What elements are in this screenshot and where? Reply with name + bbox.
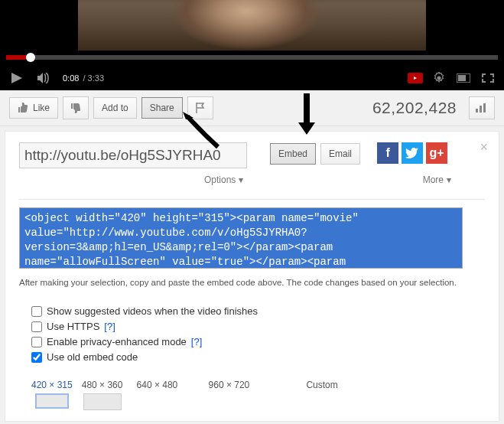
opt-privacy[interactable]: Enable privacy-enhanced mode [?] [31, 336, 485, 347]
play-icon[interactable] [8, 69, 26, 87]
video-frame [78, 0, 426, 51]
player-controls: 0:08 / 3:33 [0, 66, 504, 90]
progress-played [6, 55, 26, 60]
view-count: 62,202,428 [372, 99, 457, 117]
chevron-down-icon: ▾ [239, 174, 243, 185]
more-dropdown[interactable]: More ▾ [420, 171, 454, 188]
checkbox[interactable] [31, 306, 42, 317]
flag-button[interactable] [187, 96, 213, 119]
help-icon[interactable]: [?] [104, 321, 115, 332]
watch-later-icon[interactable] [408, 73, 423, 83]
stats-button[interactable] [469, 96, 495, 119]
opt-show-suggested[interactable]: Show suggested videos when the video fin… [31, 305, 485, 317]
progress-handle[interactable] [26, 53, 35, 62]
chevron-down-icon: ▾ [447, 174, 451, 185]
email-button[interactable]: Email [320, 143, 360, 165]
share-url-input[interactable] [19, 142, 247, 168]
embed-button[interactable]: Embed [270, 143, 316, 165]
opt-old-embed[interactable]: Use old embed code [31, 351, 485, 363]
addto-button[interactable]: Add to [93, 97, 137, 119]
close-icon[interactable]: × [480, 139, 488, 155]
facebook-icon[interactable]: f [377, 142, 398, 164]
svg-rect-4 [476, 109, 478, 113]
like-label: Like [33, 103, 50, 113]
checkbox[interactable] [31, 337, 42, 347]
size-option[interactable]: 420 × 315 [31, 380, 73, 409]
settings-icon[interactable] [431, 70, 447, 86]
action-bar: Like Add to Share 62,202,428 [0, 90, 504, 126]
google-plus-icon[interactable]: g+ [426, 142, 447, 164]
size-option[interactable]: 480 × 360 [82, 380, 123, 410]
time-display: 0:08 / 3:33 [63, 73, 104, 83]
svg-rect-5 [480, 106, 482, 113]
svg-rect-6 [483, 103, 486, 113]
opt-use-https[interactable]: Use HTTPS [?] [31, 321, 485, 332]
help-icon[interactable]: [?] [191, 336, 202, 347]
like-button[interactable]: Like [9, 97, 58, 119]
checkbox[interactable] [31, 352, 42, 363]
theater-icon[interactable] [455, 70, 472, 86]
embed-hint: After making your selection, copy and pa… [19, 276, 470, 289]
checkbox[interactable] [31, 321, 42, 332]
dislike-button[interactable] [63, 96, 89, 119]
embed-options: Show suggested videos when the video fin… [19, 305, 485, 363]
twitter-icon[interactable] [402, 142, 423, 164]
fullscreen-icon[interactable] [480, 70, 496, 86]
size-option[interactable]: 960 × 720 [191, 380, 266, 410]
volume-icon[interactable] [35, 69, 54, 87]
share-panel: × Embed Email f g+ Options ▾ More ▾ <obj… [5, 131, 499, 422]
embed-code-textarea[interactable]: <object width="420" height="315"><param … [19, 207, 463, 269]
size-selector: 420 × 315 480 × 360 640 × 480 960 × 720 … [19, 380, 485, 410]
progress-bar[interactable] [6, 55, 498, 60]
video-player[interactable]: 0:08 / 3:33 [0, 0, 504, 90]
size-option[interactable]: 640 × 480 [132, 380, 182, 410]
svg-point-1 [437, 77, 441, 80]
svg-rect-3 [458, 75, 466, 81]
size-custom[interactable]: Custom [306, 380, 337, 410]
options-dropdown[interactable]: Options ▾ [201, 171, 246, 188]
share-button[interactable]: Share [141, 97, 183, 119]
